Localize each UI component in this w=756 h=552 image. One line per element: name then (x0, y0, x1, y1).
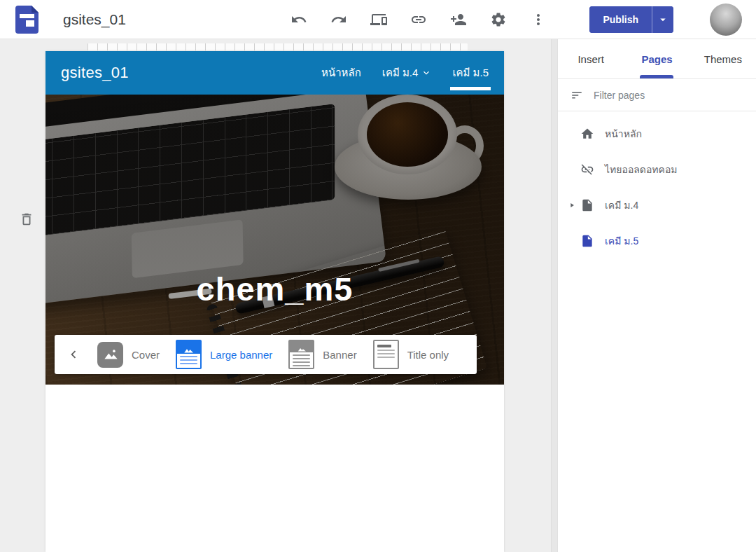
page-icon (580, 234, 594, 248)
account-avatar[interactable] (710, 4, 742, 36)
page-item-chem-m4[interactable]: เคมี ม.4 (558, 187, 756, 223)
tab-insert[interactable]: Insert (558, 39, 624, 78)
page-item-chem-m5[interactable]: เคมี ม.5 (558, 223, 756, 258)
title-only-style-icon (373, 340, 399, 369)
editor-sidebar: Insert Pages Themes หน้าหลัก ไทยออลดอท (557, 39, 756, 552)
page-item-thaiall[interactable]: ไทยออลดอทคอม (558, 151, 756, 187)
document-title[interactable]: gsites_01 (63, 11, 126, 28)
layout-ruler (88, 43, 468, 50)
nav-item-chem-m5[interactable]: เคมี ม.5 (452, 51, 489, 95)
filter-icon (570, 89, 583, 102)
header-type-cover[interactable]: Cover (97, 342, 160, 368)
home-icon (580, 127, 594, 141)
expand-arrow-icon[interactable] (565, 202, 579, 209)
tab-themes[interactable]: Themes (690, 39, 756, 78)
more-options-icon[interactable] (530, 11, 547, 28)
header-type-title-only[interactable]: Title only (373, 340, 449, 369)
page-icon (580, 198, 594, 212)
google-sites-logo-icon[interactable] (15, 5, 39, 34)
chevron-left-icon[interactable] (66, 347, 81, 362)
site-header: gsites_01 หน้าหลัก เคมี ม.4 เคมี ม.5 (46, 51, 504, 95)
device-preview-icon[interactable] (370, 11, 387, 28)
filter-pages-row (558, 79, 756, 111)
nav-item-chem-m4[interactable]: เคมี ม.4 (382, 51, 432, 95)
site-title[interactable]: gsites_01 (61, 64, 129, 82)
tab-pages[interactable]: Pages (624, 39, 690, 78)
topbar-actions: Publish (290, 4, 742, 36)
publish-dropdown-button[interactable] (652, 6, 673, 33)
editor-topbar: gsites_01 Publish (0, 0, 756, 39)
chevron-down-icon (657, 13, 669, 26)
link-off-icon (580, 163, 594, 177)
chevron-down-icon (421, 68, 431, 78)
publish-button[interactable]: Publish (589, 6, 652, 33)
site-nav: หน้าหลัก เคมี ม.4 เคมี ม.5 (321, 51, 489, 95)
canvas-scrollbar[interactable] (551, 39, 557, 552)
copy-link-icon[interactable] (410, 11, 427, 28)
undo-icon[interactable] (290, 11, 307, 28)
delete-section-icon[interactable] (18, 211, 36, 229)
editor-area: gsites_01 หน้าหลัก เคมี ม.4 เคมี ม.5 (0, 39, 557, 552)
large-banner-style-icon (176, 340, 202, 369)
header-type-banner[interactable]: Banner (288, 340, 356, 369)
header-type-large-banner[interactable]: Large banner (176, 340, 272, 369)
add-editors-icon[interactable] (450, 11, 467, 28)
sidebar-tabs: Insert Pages Themes (558, 39, 756, 79)
page-title-text[interactable]: chem_m5 (46, 270, 504, 308)
banner-style-icon (288, 340, 314, 369)
filter-pages-input[interactable] (594, 90, 743, 101)
publish-button-group: Publish (589, 6, 673, 33)
settings-icon[interactable] (490, 11, 507, 28)
hero-banner: chem_m5 Cover (46, 95, 504, 385)
workspace: gsites_01 หน้าหลัก เคมี ม.4 เคมี ม.5 (0, 39, 756, 552)
pages-list: หน้าหลัก ไทยออลดอทคอม เคมี ม.4 (558, 111, 756, 258)
nav-item-home[interactable]: หน้าหลัก (321, 51, 361, 95)
redo-icon[interactable] (330, 11, 347, 28)
page-item-home[interactable]: หน้าหลัก (558, 116, 756, 151)
header-type-toolbar: Cover Large banner (55, 335, 477, 374)
site-preview-canvas: gsites_01 หน้าหลัก เคมี ม.4 เคมี ม.5 (46, 51, 504, 552)
cover-style-icon (97, 342, 123, 368)
